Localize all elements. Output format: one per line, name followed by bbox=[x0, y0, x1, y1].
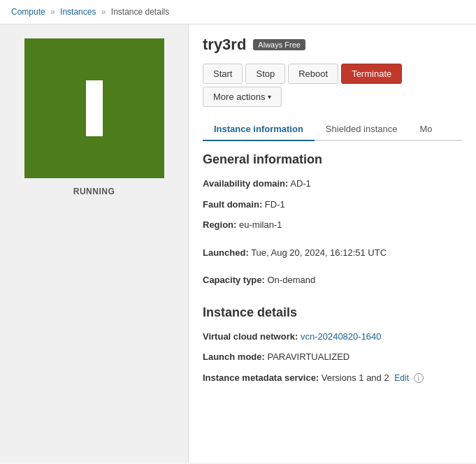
general-information-section: General information Availability domain:… bbox=[203, 152, 462, 287]
metadata-label: Instance metadata service: bbox=[203, 372, 319, 383]
launched-row: Launched: Tue, Aug 20, 2024, 16:12:51 UT… bbox=[203, 246, 462, 260]
left-panel: RUNNING bbox=[0, 24, 189, 463]
launch-mode-row: Launch mode: PARAVIRTUALIZED bbox=[203, 350, 462, 364]
breadcrumb-current: Instance details bbox=[111, 7, 169, 17]
terminate-button[interactable]: Terminate bbox=[341, 64, 402, 84]
instance-details-title: Instance details bbox=[203, 305, 462, 320]
instance-header: try3rd Always Free bbox=[203, 36, 462, 54]
availability-domain-row: Availability domain: AD-1 bbox=[203, 177, 462, 191]
more-actions-button[interactable]: More actions ▾ bbox=[203, 87, 282, 107]
metadata-row: Instance metadata service: Versions 1 an… bbox=[203, 371, 462, 385]
main-layout: RUNNING try3rd Always Free Start Stop Re… bbox=[0, 24, 476, 463]
info-icon[interactable]: i bbox=[414, 373, 424, 383]
region-value: eu-milan-1 bbox=[239, 219, 282, 230]
right-panel: try3rd Always Free Start Stop Reboot Ter… bbox=[189, 24, 476, 463]
start-button[interactable]: Start bbox=[203, 64, 243, 84]
chevron-down-icon: ▾ bbox=[268, 93, 271, 101]
stop-button[interactable]: Stop bbox=[245, 64, 285, 84]
breadcrumb-instances[interactable]: Instances bbox=[60, 7, 96, 17]
availability-domain-label: Availability domain: bbox=[203, 178, 288, 189]
vcn-row: Virtual cloud network: vcn-20240820-1640 bbox=[203, 330, 462, 344]
region-label: Region: bbox=[203, 219, 236, 230]
breadcrumb-sep1: » bbox=[50, 7, 55, 17]
tab-shielded-instance[interactable]: Shielded instance bbox=[315, 118, 409, 141]
tab-more[interactable]: Mo bbox=[409, 118, 444, 141]
instance-icon bbox=[24, 38, 164, 178]
breadcrumb-sep2: » bbox=[101, 7, 106, 17]
tabs-bar: Instance information Shielded instance M… bbox=[203, 118, 462, 141]
breadcrumb: Compute » Instances » Instance details bbox=[0, 0, 476, 24]
launch-mode-value: PARAVIRTUALIZED bbox=[267, 351, 349, 362]
fault-domain-row: Fault domain: FD-1 bbox=[203, 198, 462, 212]
vcn-label: Virtual cloud network: bbox=[203, 331, 298, 342]
status-badge: RUNNING bbox=[73, 187, 115, 196]
instance-icon-bar bbox=[86, 80, 103, 136]
vcn-link[interactable]: vcn-20240820-1640 bbox=[301, 331, 382, 342]
capacity-type-value: On-demand bbox=[268, 275, 316, 285]
region-row: Region: eu-milan-1 bbox=[203, 218, 462, 232]
tab-instance-information[interactable]: Instance information bbox=[203, 118, 315, 141]
fault-domain-label: Fault domain: bbox=[203, 199, 262, 210]
instance-title: try3rd bbox=[203, 36, 246, 54]
availability-domain-value: AD-1 bbox=[290, 178, 311, 189]
capacity-type-row: Capacity type: On-demand bbox=[203, 273, 462, 287]
more-actions-label: More actions bbox=[213, 92, 265, 102]
metadata-edit-link[interactable]: Edit bbox=[394, 373, 409, 383]
metadata-value: Versions 1 and 2 bbox=[322, 372, 389, 383]
instance-details-section: Instance details Virtual cloud network: … bbox=[203, 305, 462, 385]
breadcrumb-compute[interactable]: Compute bbox=[11, 7, 45, 17]
launched-label: Launched: bbox=[203, 247, 249, 258]
launch-mode-label: Launch mode: bbox=[203, 351, 265, 362]
action-buttons: Start Stop Reboot Terminate More actions… bbox=[203, 64, 462, 107]
always-free-badge: Always Free bbox=[253, 39, 305, 50]
capacity-type-label: Capacity type: bbox=[203, 275, 265, 285]
fault-domain-value: FD-1 bbox=[265, 199, 285, 210]
launched-value: Tue, Aug 20, 2024, 16:12:51 UTC bbox=[251, 247, 387, 258]
general-info-title: General information bbox=[203, 152, 462, 167]
reboot-button[interactable]: Reboot bbox=[288, 64, 338, 84]
